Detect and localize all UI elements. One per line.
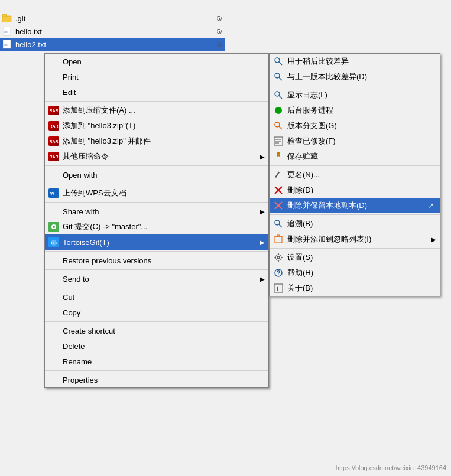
menu-cut[interactable]: Cut [45, 289, 268, 305]
sep-3 [45, 184, 268, 184]
menu-add-zip[interactable]: RAR 添加到 "hello3.zip"(T) [45, 118, 268, 133]
menu-open-with[interactable]: Open with [45, 167, 268, 182]
menu-send-to-label: Send to [63, 275, 264, 283]
menu-check-modified[interactable]: 检查已修改(F) [270, 133, 440, 149]
menu-compare-prev[interactable]: 与上一版本比较差异(D) [270, 69, 440, 84]
svg-rect-34 [275, 237, 282, 243]
menu-backend[interactable]: 后台服务进程 [270, 103, 440, 118]
file-item-hello2[interactable]: txt hello2.txt 5/ [0, 38, 225, 51]
save-stash-icon [272, 151, 284, 162]
context-menu-left: Open Print Edit RAR 添加到压缩文件(A) ... RAR 添… [44, 53, 269, 388]
svg-text:W: W [50, 191, 54, 195]
menu-tortoise-git[interactable]: TG TortoiseGit(T) ▶ [45, 234, 268, 250]
menu-tortoise-git-label: TortoiseGit(T) [63, 238, 264, 247]
rsep-2 [270, 165, 440, 166]
menu-blame[interactable]: 追溯(B) [270, 216, 440, 232]
svg-point-39 [277, 256, 280, 259]
menu-add-zip-mail[interactable]: RAR 添加到 "hello3.zip" 并邮件 [45, 133, 268, 149]
sep-7 [45, 288, 268, 288]
file-list: .git 5/ txt hello.txt 5/ txt hello2.txt … [0, 12, 225, 51]
git-folder-icon [2, 14, 12, 23]
delete-ignore-icon [272, 233, 284, 245]
menu-compare-later-label: 用于稍后比较差异 [287, 56, 435, 67]
svg-line-33 [279, 224, 282, 227]
svg-point-10 [53, 226, 55, 228]
menu-blame-label: 追溯(B) [287, 219, 435, 229]
svg-point-18 [275, 92, 280, 96]
menu-properties[interactable]: Properties [45, 372, 268, 387]
menu-branch-graph[interactable]: 版本分支图(G) [270, 118, 440, 133]
submenu-arrow-share: ▶ [260, 208, 265, 215]
menu-rename-n[interactable]: 更名(N)... [270, 167, 440, 182]
menu-upload-wps[interactable]: W 上传到WPS云文档 [45, 185, 268, 201]
svg-text:txt: txt [4, 43, 8, 47]
menu-restore[interactable]: Restore previous versions [45, 253, 268, 268]
menu-about[interactable]: i 关于(B) [270, 281, 440, 296]
menu-edit-label: Edit [63, 88, 264, 97]
svg-line-19 [279, 96, 282, 99]
svg-text:?: ? [277, 270, 280, 276]
menu-copy[interactable]: Copy [45, 305, 268, 320]
about-icon: i [272, 282, 284, 294]
menu-help[interactable]: ? 帮助(H) [270, 265, 440, 281]
menu-delete-keep[interactable]: 删除并保留本地副本(D) ↗ [270, 198, 440, 213]
menu-share-with[interactable]: Share with ▶ [45, 204, 268, 219]
txt-icon-2: txt [2, 40, 12, 49]
tortoise-git-icon: TG [48, 236, 60, 248]
menu-other-compress-label: 其他压缩命令 [63, 151, 264, 162]
rar-icon-4: RAR [48, 151, 60, 162]
menu-send-to[interactable]: Send to ▶ [45, 271, 268, 286]
menu-properties-label: Properties [63, 376, 264, 384]
menu-compare-later[interactable]: 用于稍后比较差异 [270, 54, 440, 69]
rsep-4 [270, 248, 440, 249]
git-commit-icon [48, 221, 60, 233]
menu-add-rar-label: 添加到压缩文件(A) ... [63, 105, 264, 116]
menu-git-commit-label: Git 提交(C) -> "master"... [63, 221, 264, 232]
svg-line-17 [279, 77, 282, 80]
file-item-git[interactable]: .git 5/ [0, 12, 225, 25]
file-size-hello2: 5/ [217, 41, 222, 48]
menu-cut-label: Cut [63, 293, 264, 302]
menu-copy-label: Copy [63, 308, 264, 317]
menu-edit[interactable]: Edit [45, 84, 268, 100]
menu-print[interactable]: Print [45, 69, 268, 84]
menu-open[interactable]: Open [45, 54, 268, 69]
svg-text:TG: TG [50, 240, 57, 246]
file-size-git: 5/ [217, 15, 222, 22]
menu-print-label: Print [63, 73, 264, 81]
menu-add-rar[interactable]: RAR 添加到压缩文件(A) ... [45, 103, 268, 118]
menu-show-log-label: 显示日志(L) [287, 90, 435, 100]
rar-icon-2: RAR [48, 120, 60, 132]
context-menu-right: 用于稍后比较差异 与上一版本比较差异(D) 显示日志(L) 后台服务进程 [269, 53, 440, 296]
backend-icon [272, 105, 284, 116]
menu-rename[interactable]: Rename [45, 354, 268, 369]
blame-icon [272, 218, 284, 230]
submenu-arrow-compress: ▶ [260, 154, 265, 160]
menu-share-with-label: Share with [63, 207, 264, 216]
menu-branch-graph-label: 版本分支图(G) [287, 120, 435, 131]
menu-create-shortcut[interactable]: Create shortcut [45, 323, 268, 338]
rsep-3 [270, 214, 440, 215]
submenu-arrow-tortoise: ▶ [260, 239, 265, 246]
sep-1 [45, 101, 268, 102]
txt-icon-1: txt [2, 27, 12, 36]
menu-about-label: 关于(B) [287, 283, 435, 294]
menu-other-compress[interactable]: RAR 其他压缩命令 ▶ [45, 149, 268, 164]
svg-rect-0 [2, 16, 11, 22]
rar-icon-1: RAR [48, 105, 60, 116]
file-name-git: .git [15, 14, 217, 23]
menu-save-stash[interactable]: 保存贮藏 [270, 149, 440, 164]
watermark: https://blog.csdn.net/weixin_43949164 [336, 464, 446, 471]
menu-settings[interactable]: 设置(S) [270, 250, 440, 265]
file-size-hello1: 5/ [217, 28, 222, 35]
menu-open-label: Open [63, 57, 264, 66]
menu-delete-d[interactable]: 删除(D) [270, 182, 440, 198]
menu-git-commit[interactable]: Git 提交(C) -> "master"... [45, 219, 268, 234]
menu-delete-label: Delete [63, 342, 264, 351]
menu-show-log[interactable]: 显示日志(L) [270, 87, 440, 103]
menu-delete-ignore[interactable]: 删除并添加到忽略列表(I) ▶ [270, 232, 440, 247]
menu-delete[interactable]: Delete [45, 338, 268, 354]
file-item-hello1[interactable]: txt hello.txt 5/ [0, 25, 225, 38]
menu-delete-ignore-label: 删除并添加到忽略列表(I) [287, 234, 435, 244]
delete-d-icon [272, 184, 284, 196]
